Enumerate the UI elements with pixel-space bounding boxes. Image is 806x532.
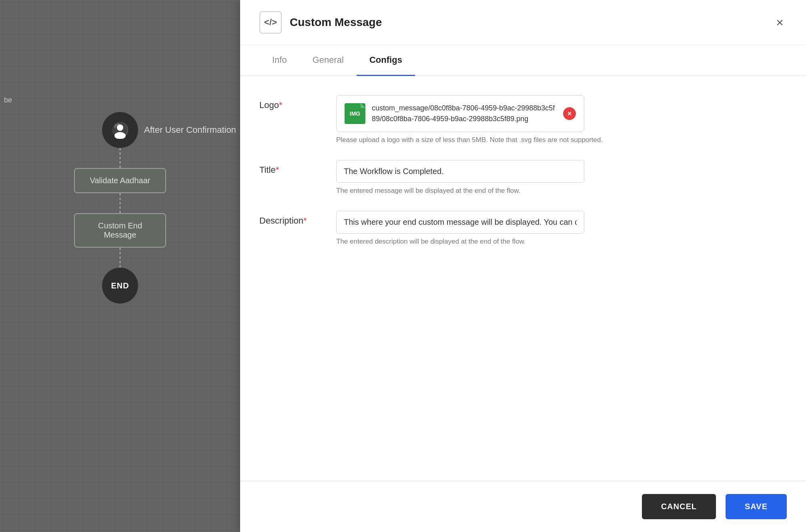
panel-header-left: </> Custom Message <box>259 11 382 34</box>
close-button[interactable]: × <box>773 14 787 30</box>
save-button[interactable]: SAVE <box>726 494 787 519</box>
user-confirmation-node[interactable]: ⚫ After User Confirmation <box>102 112 138 148</box>
end-node[interactable]: END <box>102 268 138 304</box>
connector-1 <box>120 148 120 168</box>
title-hint: The entered message will be displayed at… <box>336 187 787 195</box>
title-row: Title* The entered message will be displ… <box>259 160 787 195</box>
panel: </> Custom Message × Info General Config… <box>240 0 806 532</box>
svg-point-1 <box>114 132 126 139</box>
logo-label: Logo* <box>259 95 323 110</box>
panel-header: </> Custom Message × <box>240 0 806 45</box>
title-input[interactable] <box>336 160 584 183</box>
description-hint: The entered description will be displaye… <box>336 238 787 246</box>
cancel-button[interactable]: CANCEL <box>642 494 716 519</box>
description-content: The entered description will be displaye… <box>336 211 787 246</box>
file-box-left: IMG custom_message/08c0f8ba-7806-4959-b9… <box>345 103 556 124</box>
custom-end-message-node[interactable]: Custom End Message <box>74 213 166 248</box>
person-icon: ⚫ <box>111 122 129 138</box>
logo-row: Logo* IMG custom_message/08c0f8ba-7806-4… <box>259 95 787 144</box>
tab-info[interactable]: Info <box>259 45 300 76</box>
svg-point-0 <box>117 124 123 131</box>
description-required: * <box>303 216 307 226</box>
custom-end-message-label: Custom End Message <box>98 221 142 239</box>
connector-3 <box>120 248 120 268</box>
file-name: custom_message/08c0f8ba-7806-4959-b9ac-2… <box>372 103 556 124</box>
remove-icon: × <box>563 107 576 120</box>
end-label: END <box>111 281 129 290</box>
panel-body: Logo* IMG custom_message/08c0f8ba-7806-4… <box>240 76 806 481</box>
title-content: The entered message will be displayed at… <box>336 160 787 195</box>
description-input[interactable] <box>336 211 584 234</box>
flow-diagram: ⚫ After User Confirmation Validate Aadha… <box>0 112 240 304</box>
file-upload-box[interactable]: IMG custom_message/08c0f8ba-7806-4959-b9… <box>336 95 584 132</box>
validate-aadhaar-node[interactable]: Validate Aadhaar <box>74 168 166 193</box>
description-label: Description* <box>259 211 323 226</box>
img-badge: IMG <box>345 103 365 124</box>
tab-configs[interactable]: Configs <box>357 45 415 76</box>
title-required: * <box>276 165 279 175</box>
logo-hint: Please upload a logo with a size of less… <box>336 136 787 144</box>
panel-title: Custom Message <box>290 16 382 29</box>
connector-2 <box>120 193 120 213</box>
panel-footer: CANCEL SAVE <box>240 481 806 532</box>
description-row: Description* The entered description wil… <box>259 211 787 246</box>
canvas-left-text: be <box>4 96 12 104</box>
user-confirmation-label: After User Confirmation <box>144 125 236 135</box>
validate-aadhaar-label: Validate Aadhaar <box>90 176 150 185</box>
logo-required: * <box>279 100 283 110</box>
tab-general[interactable]: General <box>300 45 357 76</box>
remove-file-button[interactable]: × <box>563 107 576 120</box>
title-label: Title* <box>259 160 323 175</box>
code-icon-box: </> <box>259 11 282 34</box>
logo-content: IMG custom_message/08c0f8ba-7806-4959-b9… <box>336 95 787 144</box>
code-icon: </> <box>264 17 277 28</box>
tabs-container: Info General Configs <box>240 45 806 76</box>
